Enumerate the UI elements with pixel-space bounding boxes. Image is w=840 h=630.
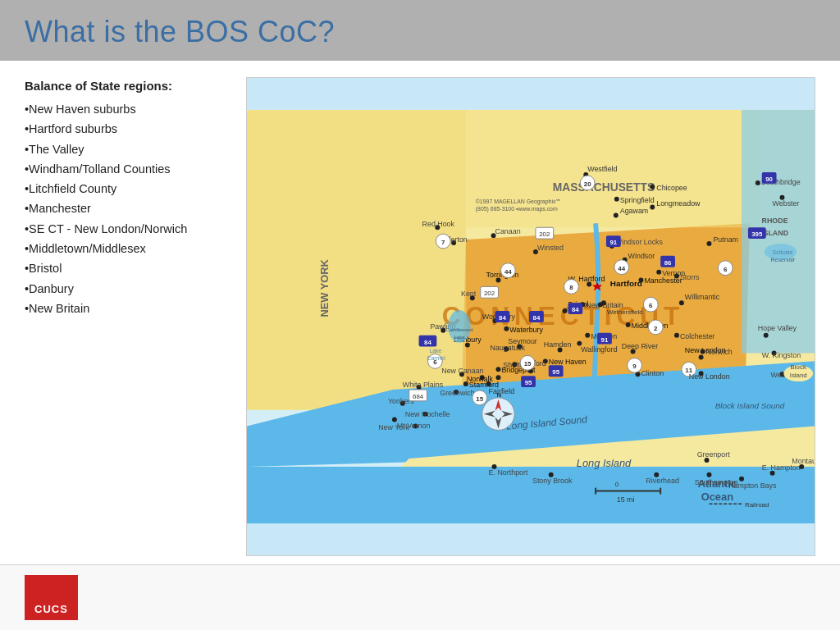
- list-item: •SE CT - New London/Norwich: [25, 221, 230, 237]
- svg-text:Naugatuck: Naugatuck: [491, 344, 526, 352]
- svg-text:9: 9: [632, 363, 637, 370]
- regions-list: •New Haven suburbs •Hartford suburbs •Th…: [25, 101, 230, 320]
- svg-text:Montauk: Montauk: [792, 457, 815, 465]
- svg-text:Carmel: Carmel: [427, 355, 445, 361]
- svg-text:Railroad: Railroad: [745, 501, 769, 509]
- svg-text:Deep River: Deep River: [622, 342, 658, 350]
- svg-text:Winsted: Winsted: [537, 244, 564, 252]
- svg-text:Willimantic: Willimantic: [685, 293, 720, 301]
- list-item: •Middletown/Middlesex: [25, 240, 230, 257]
- svg-text:Webster: Webster: [773, 199, 800, 208]
- svg-text:15: 15: [524, 360, 532, 368]
- list-item: •New Haven suburbs: [25, 101, 230, 117]
- page-title: What is the BOS CoC?: [25, 15, 815, 49]
- svg-text:Fairfield: Fairfield: [489, 387, 515, 395]
- svg-text:NEW YORK: NEW YORK: [318, 258, 331, 317]
- svg-text:202: 202: [484, 290, 495, 297]
- svg-text:New Rochelle: New Rochelle: [405, 410, 450, 418]
- page-container: What is the BOS CoC? Balance of State re…: [0, 0, 840, 630]
- svg-text:84: 84: [499, 314, 506, 322]
- list-item: •Bristol: [25, 260, 230, 276]
- svg-point-174: [765, 244, 797, 260]
- svg-text:Greenport: Greenport: [697, 450, 730, 459]
- svg-text:Clinton: Clinton: [641, 369, 664, 377]
- svg-text:Hope Valley: Hope Valley: [758, 324, 797, 332]
- svg-text:6: 6: [724, 266, 728, 273]
- svg-text:Lake: Lake: [429, 348, 441, 354]
- svg-text:E. Northport: E. Northport: [489, 468, 528, 477]
- svg-text:Waterbury: Waterbury: [509, 326, 543, 334]
- svg-text:New Haven: New Haven: [549, 358, 587, 366]
- svg-text:Chicopee: Chicopee: [656, 184, 687, 192]
- svg-text:91: 91: [601, 336, 609, 344]
- svg-text:84: 84: [533, 314, 541, 322]
- svg-point-30: [638, 278, 643, 283]
- svg-text:W. Kingston: W. Kingston: [762, 351, 801, 359]
- svg-text:Canaan: Canaan: [495, 227, 521, 235]
- svg-point-46: [650, 185, 655, 189]
- svg-text:395: 395: [751, 231, 763, 238]
- svg-text:Red Hook: Red Hook: [422, 220, 455, 228]
- svg-text:MASSACHUSETTS: MASSACHUSETTS: [553, 180, 655, 194]
- svg-text:White Plains: White Plains: [403, 381, 444, 389]
- svg-text:Candlewood: Candlewood: [446, 327, 473, 332]
- svg-text:(805) 685-3100 •www.maps.com: (805) 685-3100 •www.maps.com: [476, 206, 558, 212]
- svg-point-52: [650, 205, 655, 210]
- svg-point-44: [614, 197, 619, 202]
- svg-text:Windsor Locks: Windsor Locks: [615, 238, 664, 246]
- svg-point-32: [626, 322, 631, 327]
- cucs-logo-text: CUCS: [34, 603, 68, 615]
- svg-text:Block: Block: [791, 363, 806, 371]
- svg-point-54: [707, 241, 712, 246]
- svg-text:N: N: [496, 391, 501, 399]
- svg-text:Island: Island: [790, 372, 807, 379]
- regions-title: Balance of State regions:: [25, 77, 230, 94]
- svg-text:New London: New London: [689, 372, 730, 381]
- svg-point-64: [585, 333, 590, 338]
- svg-text:7: 7: [441, 239, 445, 246]
- list-item: •Manchester: [25, 200, 230, 217]
- svg-text:Wethersfield: Wethersfield: [607, 308, 643, 316]
- svg-text:Kent: Kent: [461, 290, 477, 298]
- svg-text:91: 91: [609, 239, 617, 246]
- svg-point-50: [614, 212, 619, 217]
- footer: CUCS: [0, 564, 840, 630]
- svg-text:684: 684: [413, 393, 424, 400]
- svg-text:44: 44: [618, 265, 625, 272]
- svg-text:Wallingford: Wallingford: [581, 345, 617, 354]
- svg-text:84: 84: [572, 306, 579, 313]
- connecticut-map: CONNECTICUT MASSACHUSETTS NEW YORK RHODE…: [247, 78, 815, 555]
- svg-text:95: 95: [552, 368, 559, 376]
- svg-text:Lake: Lake: [454, 335, 466, 340]
- svg-point-76: [495, 375, 500, 380]
- header-bar: What is the BOS CoC?: [0, 0, 840, 61]
- svg-text:8: 8: [569, 284, 573, 291]
- svg-text:Vernon: Vernon: [662, 269, 685, 277]
- svg-text:Stony Brook: Stony Brook: [532, 477, 573, 485]
- list-item: •New Britain: [25, 300, 230, 317]
- svg-text:Westfield: Westfield: [587, 165, 617, 173]
- map-container: CONNECTICUT MASSACHUSETTS NEW YORK RHODE…: [246, 77, 815, 556]
- svg-text:Mt Vernon: Mt Vernon: [397, 422, 431, 430]
- svg-text:84: 84: [424, 339, 431, 346]
- list-item: •Danbury: [25, 281, 230, 297]
- svg-text:15 mi: 15 mi: [617, 495, 635, 504]
- svg-text:Colchester: Colchester: [680, 332, 714, 340]
- svg-point-221: [656, 270, 661, 275]
- svg-text:Riverhead: Riverhead: [646, 477, 679, 485]
- svg-text:RHODE: RHODE: [762, 217, 788, 225]
- svg-text:90: 90: [765, 176, 773, 183]
- svg-point-219: [601, 300, 606, 305]
- svg-text:Hamden: Hamden: [544, 340, 572, 349]
- svg-point-56: [679, 300, 684, 305]
- svg-text:New Canaan: New Canaan: [441, 367, 483, 375]
- list-item: •Hartford suburbs: [25, 121, 230, 137]
- svg-text:Putnam: Putnam: [713, 235, 738, 244]
- svg-text:Greenwich: Greenwich: [440, 389, 474, 397]
- svg-point-60: [674, 333, 679, 338]
- svg-text:15: 15: [476, 395, 483, 403]
- svg-text:202: 202: [539, 231, 550, 238]
- svg-text:Hampton Bays: Hampton Bays: [728, 482, 777, 490]
- svg-text:Long Island: Long Island: [577, 457, 632, 469]
- svg-point-22: [504, 326, 509, 331]
